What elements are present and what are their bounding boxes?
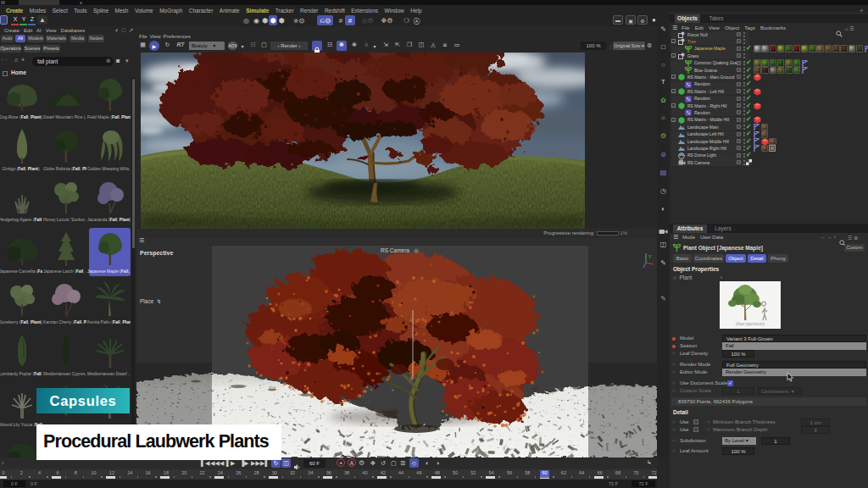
svg-text:Place ↯: Place ↯: [140, 298, 161, 304]
svg-text:©RS Shading | 500x2m: ©RS Shading | 500x2m: [624, 445, 657, 450]
svg-text:Perspective: Perspective: [140, 250, 173, 257]
svg-text:RS Camera ◎: RS Camera ◎: [381, 247, 419, 253]
svg-text:(Acer japonicum): (Acer japonicum): [736, 322, 765, 326]
